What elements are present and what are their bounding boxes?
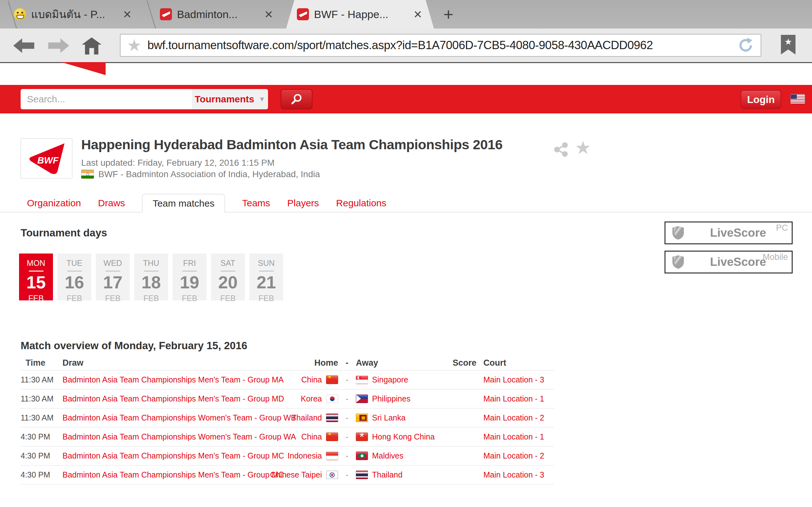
url-bar[interactable]: ★ bwf.tournamentsoftware.com/sport/match… <box>120 34 761 57</box>
court-link[interactable]: Main Location - 1 <box>484 394 544 403</box>
tab-title: แบดมินตัน - P... <box>31 6 117 23</box>
tab-close-icon[interactable]: × <box>412 7 423 21</box>
philippines-flag-icon <box>356 395 368 403</box>
search-button[interactable] <box>281 89 312 109</box>
court-link[interactable]: Main Location - 2 <box>484 413 544 422</box>
organizer-text: BWF - Badminton Association of India, Hy… <box>98 169 320 179</box>
browser-tab-2[interactable]: Badminton... × <box>149 0 285 29</box>
match-time: 4:30 PM <box>20 451 45 460</box>
indonesia-flag-icon <box>326 452 338 460</box>
table-row: 11:30 AM Badminton Asia Team Championshi… <box>20 389 554 408</box>
draw-link[interactable]: Badminton Asia Team Championships Men's … <box>62 451 284 460</box>
tab-close-icon[interactable]: × <box>263 7 274 21</box>
url-text[interactable]: bwf.tournamentsoftware.com/sport/matches… <box>148 39 731 52</box>
tab-organization[interactable]: Organization <box>27 194 81 212</box>
tournament-days-heading: Tournament days <box>20 227 107 239</box>
back-icon[interactable] <box>13 38 34 53</box>
day-card-sun-21[interactable]: SUN 21 FEB <box>249 253 283 300</box>
share-icon[interactable] <box>554 142 569 158</box>
home-team-link[interactable]: Chinese Taipei <box>270 470 322 480</box>
hong-kong-flag-icon <box>356 433 368 441</box>
match-time: 4:30 PM <box>20 432 45 441</box>
table-row: 11:30 AM Badminton Asia Team Championshi… <box>20 370 554 389</box>
col-home: Home <box>256 358 338 368</box>
match-time: 11:30 AM <box>20 375 45 384</box>
vs-dash: - <box>338 375 356 384</box>
tournamentsoftware-logo-ribbon <box>61 62 106 75</box>
away-team-link[interactable]: Hong Kong China <box>372 432 435 441</box>
day-card-thu-18[interactable]: THU 18 FEB <box>134 253 168 300</box>
china-flag-icon <box>326 376 338 384</box>
forward-icon[interactable] <box>48 38 69 53</box>
away-team-link[interactable]: Singapore <box>372 375 408 384</box>
home-team-link[interactable]: Thailand <box>292 413 322 422</box>
favorite-star-icon[interactable]: ★ <box>575 137 591 158</box>
home-team-link[interactable]: China <box>301 375 322 384</box>
table-row: 4:30 PM Badminton Asia Team Championship… <box>20 427 554 446</box>
browser-toolbar: ★ bwf.tournamentsoftware.com/sport/match… <box>0 29 812 63</box>
court-link[interactable]: Main Location - 3 <box>484 375 544 384</box>
away-team-link[interactable]: Sri Lanka <box>372 413 406 422</box>
day-card-fri-19[interactable]: FRI 19 FEB <box>172 253 206 300</box>
draw-link[interactable]: Badminton Asia Team Championships Men's … <box>62 394 284 403</box>
col-score: Score <box>451 358 476 368</box>
draw-link[interactable]: Badminton Asia Team Championships Men's … <box>62 470 284 479</box>
tab-draws[interactable]: Draws <box>98 194 125 212</box>
thailand-flag-icon <box>326 413 338 422</box>
vs-dash: - <box>338 470 356 480</box>
url-star-icon[interactable]: ★ <box>127 37 142 54</box>
browser-tab-3-active[interactable]: BWF - Happe... × <box>286 0 434 29</box>
match-overview-heading: Match overview of Monday, February 15, 2… <box>20 340 247 352</box>
shield-icon <box>672 255 684 269</box>
vs-dash: - <box>338 413 356 422</box>
smiley-favicon <box>14 8 26 20</box>
home-team-link[interactable]: China <box>301 432 322 441</box>
day-card-mon-15[interactable]: MON 15 FEB <box>19 253 53 300</box>
day-card-tue-16[interactable]: TUE 16 FEB <box>57 253 91 300</box>
draw-link[interactable]: Badminton Asia Team Championships Men's … <box>62 375 284 384</box>
col-time: Time <box>20 358 45 368</box>
new-tab-button[interactable]: + <box>444 0 454 29</box>
away-team-link[interactable]: Philippines <box>372 394 410 403</box>
chinese-taipei-flag-icon <box>326 470 338 479</box>
livescore-pc-tag: PC <box>776 223 788 233</box>
home-team-link[interactable]: Korea <box>301 394 322 403</box>
tournament-days-row: MON 15 FEB TUE 16 FEB WED 17 FEB THU 18 … <box>19 253 283 300</box>
reload-icon[interactable] <box>737 37 754 54</box>
us-flag-icon[interactable] <box>791 94 805 104</box>
login-button[interactable]: Login <box>741 90 781 109</box>
singapore-flag-icon <box>356 376 368 384</box>
page-title: Happening Hyderabad Badminton Asia Team … <box>81 137 502 153</box>
day-card-wed-17[interactable]: WED 17 FEB <box>96 253 130 300</box>
site-header-bar: Tournaments ▼ Login <box>0 85 812 113</box>
thailand-flag-icon <box>356 470 368 479</box>
day-card-sat-20[interactable]: SAT 20 FEB <box>211 253 245 300</box>
court-link[interactable]: Main Location - 1 <box>484 432 544 441</box>
browser-tab-1[interactable]: แบดมินตัน - P... × <box>3 0 143 29</box>
livescore-mobile-button[interactable]: LiveScore Mobile <box>664 250 793 274</box>
livescore-mobile-tag: Mobile <box>763 252 788 262</box>
livescore-label: LiveScore <box>684 226 792 239</box>
search-input[interactable] <box>20 89 192 109</box>
korea-flag-icon <box>326 395 338 403</box>
tab-close-icon[interactable]: × <box>122 7 133 21</box>
search-category-dropdown[interactable]: Tournaments ▼ <box>192 89 268 109</box>
away-team-link[interactable]: Maldives <box>372 451 403 460</box>
search-category-label: Tournaments <box>195 94 254 105</box>
home-team-link[interactable]: Indonesia <box>288 451 322 460</box>
bwf-favicon <box>160 8 172 20</box>
match-time: 4:30 PM <box>20 470 45 480</box>
chevron-down-icon: ▼ <box>259 95 265 103</box>
away-team-link[interactable]: Thailand <box>372 470 403 480</box>
livescore-pc-button[interactable]: LiveScore PC <box>664 222 793 244</box>
tab-players[interactable]: Players <box>287 194 319 212</box>
court-link[interactable]: Main Location - 2 <box>484 451 544 460</box>
tab-regulations[interactable]: Regulations <box>336 194 386 212</box>
home-icon[interactable] <box>82 38 101 55</box>
bookmark-icon[interactable]: ★ <box>781 35 796 55</box>
tab-team-matches[interactable]: Team matches <box>142 194 225 212</box>
china-flag-icon <box>326 433 338 441</box>
tab-teams[interactable]: Teams <box>242 194 270 212</box>
court-link[interactable]: Main Location - 3 <box>484 470 544 479</box>
match-time: 11:30 AM <box>20 413 45 422</box>
